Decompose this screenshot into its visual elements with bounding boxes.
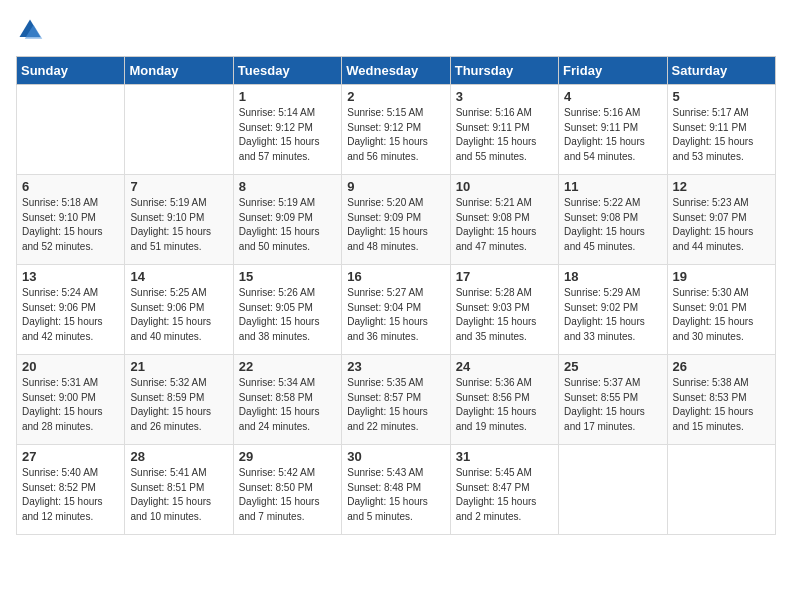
day-number: 6	[22, 179, 119, 194]
calendar-cell: 9Sunrise: 5:20 AM Sunset: 9:09 PM Daylig…	[342, 175, 450, 265]
day-number: 5	[673, 89, 770, 104]
day-number: 26	[673, 359, 770, 374]
day-number: 1	[239, 89, 336, 104]
day-number: 29	[239, 449, 336, 464]
calendar-cell: 12Sunrise: 5:23 AM Sunset: 9:07 PM Dayli…	[667, 175, 775, 265]
calendar-cell: 6Sunrise: 5:18 AM Sunset: 9:10 PM Daylig…	[17, 175, 125, 265]
calendar-cell: 21Sunrise: 5:32 AM Sunset: 8:59 PM Dayli…	[125, 355, 233, 445]
calendar-table: SundayMondayTuesdayWednesdayThursdayFrid…	[16, 56, 776, 535]
calendar-cell: 14Sunrise: 5:25 AM Sunset: 9:06 PM Dayli…	[125, 265, 233, 355]
day-info: Sunrise: 5:16 AM Sunset: 9:11 PM Dayligh…	[564, 106, 661, 164]
day-number: 10	[456, 179, 553, 194]
calendar-cell	[667, 445, 775, 535]
day-number: 22	[239, 359, 336, 374]
day-number: 7	[130, 179, 227, 194]
logo	[16, 16, 48, 44]
day-number: 9	[347, 179, 444, 194]
day-info: Sunrise: 5:19 AM Sunset: 9:10 PM Dayligh…	[130, 196, 227, 254]
day-number: 28	[130, 449, 227, 464]
calendar-cell	[17, 85, 125, 175]
calendar-cell: 15Sunrise: 5:26 AM Sunset: 9:05 PM Dayli…	[233, 265, 341, 355]
calendar-cell: 18Sunrise: 5:29 AM Sunset: 9:02 PM Dayli…	[559, 265, 667, 355]
calendar-header-cell: Saturday	[667, 57, 775, 85]
day-info: Sunrise: 5:29 AM Sunset: 9:02 PM Dayligh…	[564, 286, 661, 344]
day-info: Sunrise: 5:21 AM Sunset: 9:08 PM Dayligh…	[456, 196, 553, 254]
calendar-cell: 1Sunrise: 5:14 AM Sunset: 9:12 PM Daylig…	[233, 85, 341, 175]
day-number: 13	[22, 269, 119, 284]
calendar-header-cell: Wednesday	[342, 57, 450, 85]
calendar-header-cell: Tuesday	[233, 57, 341, 85]
day-number: 27	[22, 449, 119, 464]
calendar-header-cell: Sunday	[17, 57, 125, 85]
day-info: Sunrise: 5:20 AM Sunset: 9:09 PM Dayligh…	[347, 196, 444, 254]
day-info: Sunrise: 5:26 AM Sunset: 9:05 PM Dayligh…	[239, 286, 336, 344]
calendar-cell: 19Sunrise: 5:30 AM Sunset: 9:01 PM Dayli…	[667, 265, 775, 355]
calendar-cell: 16Sunrise: 5:27 AM Sunset: 9:04 PM Dayli…	[342, 265, 450, 355]
day-number: 18	[564, 269, 661, 284]
calendar-cell	[559, 445, 667, 535]
day-number: 4	[564, 89, 661, 104]
day-info: Sunrise: 5:43 AM Sunset: 8:48 PM Dayligh…	[347, 466, 444, 524]
calendar-cell: 10Sunrise: 5:21 AM Sunset: 9:08 PM Dayli…	[450, 175, 558, 265]
day-number: 17	[456, 269, 553, 284]
day-info: Sunrise: 5:25 AM Sunset: 9:06 PM Dayligh…	[130, 286, 227, 344]
day-info: Sunrise: 5:32 AM Sunset: 8:59 PM Dayligh…	[130, 376, 227, 434]
day-number: 31	[456, 449, 553, 464]
day-number: 14	[130, 269, 227, 284]
day-number: 2	[347, 89, 444, 104]
day-number: 20	[22, 359, 119, 374]
day-info: Sunrise: 5:30 AM Sunset: 9:01 PM Dayligh…	[673, 286, 770, 344]
day-info: Sunrise: 5:18 AM Sunset: 9:10 PM Dayligh…	[22, 196, 119, 254]
calendar-week-row: 6Sunrise: 5:18 AM Sunset: 9:10 PM Daylig…	[17, 175, 776, 265]
calendar-cell: 23Sunrise: 5:35 AM Sunset: 8:57 PM Dayli…	[342, 355, 450, 445]
calendar-header-cell: Thursday	[450, 57, 558, 85]
calendar-cell: 29Sunrise: 5:42 AM Sunset: 8:50 PM Dayli…	[233, 445, 341, 535]
calendar-cell: 27Sunrise: 5:40 AM Sunset: 8:52 PM Dayli…	[17, 445, 125, 535]
calendar-week-row: 13Sunrise: 5:24 AM Sunset: 9:06 PM Dayli…	[17, 265, 776, 355]
day-info: Sunrise: 5:41 AM Sunset: 8:51 PM Dayligh…	[130, 466, 227, 524]
day-info: Sunrise: 5:17 AM Sunset: 9:11 PM Dayligh…	[673, 106, 770, 164]
day-info: Sunrise: 5:16 AM Sunset: 9:11 PM Dayligh…	[456, 106, 553, 164]
calendar-cell: 26Sunrise: 5:38 AM Sunset: 8:53 PM Dayli…	[667, 355, 775, 445]
calendar-cell: 8Sunrise: 5:19 AM Sunset: 9:09 PM Daylig…	[233, 175, 341, 265]
day-number: 11	[564, 179, 661, 194]
calendar-cell: 13Sunrise: 5:24 AM Sunset: 9:06 PM Dayli…	[17, 265, 125, 355]
calendar-cell: 3Sunrise: 5:16 AM Sunset: 9:11 PM Daylig…	[450, 85, 558, 175]
calendar-body: 1Sunrise: 5:14 AM Sunset: 9:12 PM Daylig…	[17, 85, 776, 535]
day-info: Sunrise: 5:40 AM Sunset: 8:52 PM Dayligh…	[22, 466, 119, 524]
calendar-header-cell: Monday	[125, 57, 233, 85]
calendar-cell: 2Sunrise: 5:15 AM Sunset: 9:12 PM Daylig…	[342, 85, 450, 175]
calendar-cell: 24Sunrise: 5:36 AM Sunset: 8:56 PM Dayli…	[450, 355, 558, 445]
day-info: Sunrise: 5:34 AM Sunset: 8:58 PM Dayligh…	[239, 376, 336, 434]
day-number: 16	[347, 269, 444, 284]
day-info: Sunrise: 5:15 AM Sunset: 9:12 PM Dayligh…	[347, 106, 444, 164]
calendar-header-row: SundayMondayTuesdayWednesdayThursdayFrid…	[17, 57, 776, 85]
day-info: Sunrise: 5:23 AM Sunset: 9:07 PM Dayligh…	[673, 196, 770, 254]
day-info: Sunrise: 5:27 AM Sunset: 9:04 PM Dayligh…	[347, 286, 444, 344]
day-number: 24	[456, 359, 553, 374]
day-number: 21	[130, 359, 227, 374]
day-info: Sunrise: 5:14 AM Sunset: 9:12 PM Dayligh…	[239, 106, 336, 164]
calendar-cell: 25Sunrise: 5:37 AM Sunset: 8:55 PM Dayli…	[559, 355, 667, 445]
logo-icon	[16, 16, 44, 44]
calendar-cell: 7Sunrise: 5:19 AM Sunset: 9:10 PM Daylig…	[125, 175, 233, 265]
day-info: Sunrise: 5:28 AM Sunset: 9:03 PM Dayligh…	[456, 286, 553, 344]
day-number: 25	[564, 359, 661, 374]
calendar-header-cell: Friday	[559, 57, 667, 85]
day-number: 15	[239, 269, 336, 284]
day-info: Sunrise: 5:19 AM Sunset: 9:09 PM Dayligh…	[239, 196, 336, 254]
calendar-cell: 30Sunrise: 5:43 AM Sunset: 8:48 PM Dayli…	[342, 445, 450, 535]
calendar-cell	[125, 85, 233, 175]
day-info: Sunrise: 5:38 AM Sunset: 8:53 PM Dayligh…	[673, 376, 770, 434]
day-info: Sunrise: 5:37 AM Sunset: 8:55 PM Dayligh…	[564, 376, 661, 434]
day-number: 8	[239, 179, 336, 194]
calendar-cell: 31Sunrise: 5:45 AM Sunset: 8:47 PM Dayli…	[450, 445, 558, 535]
calendar-cell: 20Sunrise: 5:31 AM Sunset: 9:00 PM Dayli…	[17, 355, 125, 445]
day-number: 3	[456, 89, 553, 104]
day-info: Sunrise: 5:42 AM Sunset: 8:50 PM Dayligh…	[239, 466, 336, 524]
day-info: Sunrise: 5:45 AM Sunset: 8:47 PM Dayligh…	[456, 466, 553, 524]
day-info: Sunrise: 5:35 AM Sunset: 8:57 PM Dayligh…	[347, 376, 444, 434]
calendar-cell: 17Sunrise: 5:28 AM Sunset: 9:03 PM Dayli…	[450, 265, 558, 355]
day-number: 23	[347, 359, 444, 374]
calendar-cell: 22Sunrise: 5:34 AM Sunset: 8:58 PM Dayli…	[233, 355, 341, 445]
